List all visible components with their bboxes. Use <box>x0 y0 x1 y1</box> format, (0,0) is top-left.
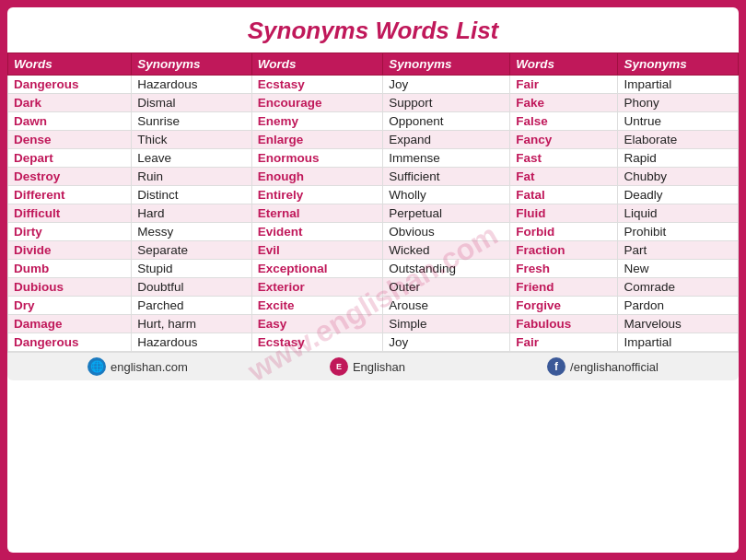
col-header-syn1: Synonyms <box>132 53 252 76</box>
table-cell: Fair <box>510 333 618 352</box>
table-container: www.englishan.com Words Synonyms Words S… <box>7 52 739 553</box>
table-cell: Dismal <box>132 94 252 112</box>
table-row: DenseThickEnlargeExpandFancyElaborate <box>8 131 739 149</box>
table-row: DawnSunriseEnemyOpponentFalseUntrue <box>8 112 739 131</box>
table-cell: Excite <box>251 297 383 315</box>
table-cell: Elaborate <box>618 131 739 149</box>
table-cell: Obvious <box>383 223 510 241</box>
table-row: DarkDismalEncourageSupportFakePhony <box>8 94 739 112</box>
table-cell: Messy <box>132 223 252 241</box>
table-cell: Untrue <box>618 112 739 131</box>
col-header-words3: Words <box>510 53 618 76</box>
table-cell: Liquid <box>618 204 739 223</box>
table-cell: Hazardous <box>132 333 252 352</box>
table-cell: Immense <box>383 149 510 168</box>
table-cell: Ruin <box>132 168 252 186</box>
table-cell: Enormous <box>251 149 383 168</box>
table-cell: Ecstasy <box>251 333 383 352</box>
col-header-words1: Words <box>8 53 132 76</box>
table-cell: Leave <box>132 149 252 168</box>
facebook-icon: f <box>547 357 565 376</box>
table-cell: Dumb <box>8 260 132 278</box>
table-row: DifficultHardEternalPerpetualFluidLiquid <box>8 204 739 223</box>
table-cell: Wicked <box>383 241 510 260</box>
page-title: Synonyms Words List <box>7 17 739 45</box>
globe-icon: 🌐 <box>87 357 106 376</box>
table-cell: Parched <box>132 297 252 315</box>
table-cell: Fabulous <box>510 315 618 333</box>
footer-item-website: 🌐 englishan.com <box>87 357 188 376</box>
table-cell: Dangerous <box>8 76 132 94</box>
table-row: DifferentDistinctEntirelyWhollyFatalDead… <box>8 186 739 204</box>
table-cell: Eternal <box>251 204 383 223</box>
table-cell: Entirely <box>251 186 383 204</box>
table-cell: Sufficient <box>383 168 510 186</box>
table-row: DangerousHazardousEcstasyJoyFairImpartia… <box>8 76 739 94</box>
table-cell: Easy <box>251 315 383 333</box>
table-cell: Prohibit <box>618 223 739 241</box>
table-row: DivideSeparateEvilWickedFractionPart <box>8 241 739 260</box>
table-cell: Dirty <box>8 223 132 241</box>
table-cell: Perpetual <box>383 204 510 223</box>
table-cell: Rapid <box>618 149 739 168</box>
table-cell: Joy <box>383 76 510 94</box>
table-cell: Impartial <box>618 333 739 352</box>
table-cell: Fat <box>510 168 618 186</box>
table-cell: Phony <box>618 94 739 112</box>
table-cell: Impartial <box>618 76 739 94</box>
table-cell: Destroy <box>8 168 132 186</box>
table-cell: Chubby <box>618 168 739 186</box>
table-cell: Comrade <box>618 278 739 297</box>
table-cell: Forbid <box>510 223 618 241</box>
table-cell: Evident <box>251 223 383 241</box>
table-cell: Thick <box>132 131 252 149</box>
table-cell: Dark <box>8 94 132 112</box>
table-cell: Fatal <box>510 186 618 204</box>
table-cell: Outer <box>383 278 510 297</box>
table-cell: Expand <box>383 131 510 149</box>
table-cell: Stupid <box>132 260 252 278</box>
table-cell: Exterior <box>251 278 383 297</box>
table-row: DestroyRuinEnoughSufficientFatChubby <box>8 168 739 186</box>
footer-website-text: englishan.com <box>111 360 188 374</box>
synonyms-table: Words Synonyms Words Synonyms Words Syno… <box>7 52 739 352</box>
table-cell: Sunrise <box>132 112 252 131</box>
table-cell: Wholly <box>383 186 510 204</box>
table-cell: Dry <box>8 297 132 315</box>
table-cell: Fancy <box>510 131 618 149</box>
table-cell: Exceptional <box>251 260 383 278</box>
col-header-words2: Words <box>251 53 383 76</box>
table-header-row: Words Synonyms Words Synonyms Words Syno… <box>8 53 739 76</box>
table-cell: Marvelous <box>618 315 739 333</box>
table-cell: Enemy <box>251 112 383 131</box>
table-cell: Hazardous <box>132 76 252 94</box>
table-cell: Fresh <box>510 260 618 278</box>
table-cell: Damage <box>8 315 132 333</box>
footer-facebook-text: /englishanofficial <box>570 360 659 374</box>
title-bar: Synonyms Words List <box>7 7 739 52</box>
table-cell: Part <box>618 241 739 260</box>
table-row: DamageHurt, harmEasySimpleFabulousMarvel… <box>8 315 739 333</box>
table-cell: Distinct <box>132 186 252 204</box>
col-header-syn3: Synonyms <box>618 53 739 76</box>
table-cell: Dangerous <box>8 333 132 352</box>
table-row: DryParchedExciteArouseForgivePardon <box>8 297 739 315</box>
col-header-syn2: Synonyms <box>383 53 510 76</box>
table-cell: Dubious <box>8 278 132 297</box>
table-cell: Fake <box>510 94 618 112</box>
table-cell: Doubtful <box>132 278 252 297</box>
table-cell: Opponent <box>383 112 510 131</box>
table-cell: Enlarge <box>251 131 383 149</box>
footer-item-englishan: E Englishan <box>330 357 405 376</box>
table-cell: Fast <box>510 149 618 168</box>
table-cell: Separate <box>132 241 252 260</box>
table-cell: Dense <box>8 131 132 149</box>
footer: 🌐 englishan.com E Englishan f /englishan… <box>7 352 739 380</box>
table-row: DepartLeaveEnormousImmenseFastRapid <box>8 149 739 168</box>
outer-wrapper: Synonyms Words List www.englishan.com Wo… <box>0 0 746 560</box>
footer-englishan-text: Englishan <box>353 360 405 374</box>
table-cell: Enough <box>251 168 383 186</box>
table-cell: Fair <box>510 76 618 94</box>
table-cell: Dawn <box>8 112 132 131</box>
table-cell: Joy <box>383 333 510 352</box>
